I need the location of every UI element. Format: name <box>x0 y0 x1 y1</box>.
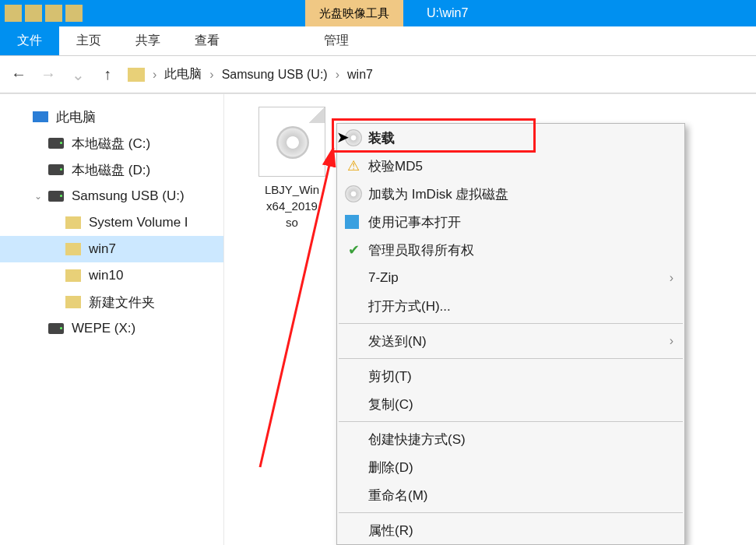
folder-icon <box>128 68 145 82</box>
tree-label: 新建文件夹 <box>89 294 155 311</box>
context-menu: 装载 ⚠校验MD5 加载为 ImDisk 虚拟磁盘 使用记事本打开 ✔管理员取得… <box>336 123 685 545</box>
menu-label: 打开方式(H)... <box>368 297 451 315</box>
tree-item-this-pc[interactable]: 此电脑 <box>0 104 223 130</box>
folder-icon <box>65 243 81 255</box>
chevron-right-icon: › <box>336 68 339 82</box>
tab-file[interactable]: 文件 <box>0 26 59 55</box>
nav-history-dropdown[interactable]: ⌄ <box>69 65 87 84</box>
chevron-right-icon: › <box>153 68 156 82</box>
breadcrumb[interactable]: › 此电脑 › Samsung USB (U:) › win7 <box>128 66 373 83</box>
tree-label: System Volume I <box>89 215 188 230</box>
tree-label: WEPE (X:) <box>72 321 135 336</box>
breadcrumb-segment[interactable]: win7 <box>347 68 373 82</box>
tree-label: Samsung USB (U:) <box>72 188 185 204</box>
task-icon[interactable] <box>25 5 42 22</box>
tab-share[interactable]: 共享 <box>118 26 178 55</box>
menu-label: 属性(R) <box>368 522 413 540</box>
menu-item-open-with[interactable]: 打开方式(H)... <box>337 292 684 320</box>
menu-label: 发送到(N) <box>368 332 427 350</box>
pc-icon <box>33 111 48 122</box>
task-icon[interactable] <box>5 5 22 22</box>
window-title: U:\win7 <box>427 6 468 20</box>
tree-label: win7 <box>89 241 116 257</box>
tree-item-drive-c[interactable]: 本地磁盘 (C:) <box>0 130 223 156</box>
notepad-icon <box>345 215 359 229</box>
tree-item-drive-d[interactable]: 本地磁盘 (D:) <box>0 156 223 183</box>
menu-item-rename[interactable]: 重命名(M) <box>337 481 684 509</box>
menu-label: 装载 <box>368 129 395 147</box>
tab-view[interactable]: 查看 <box>178 26 237 55</box>
chevron-right-icon: › <box>209 68 213 82</box>
menu-item-shortcut[interactable]: 创建快捷方式(S) <box>337 425 684 453</box>
menu-item-copy[interactable]: 复制(C) <box>337 390 684 418</box>
tree-label: 本地磁盘 (C:) <box>72 135 150 153</box>
drive-icon <box>48 138 64 149</box>
menu-item-send-to[interactable]: 发送到(N)› <box>337 327 684 355</box>
taskbar-icons <box>0 5 87 22</box>
submenu-arrow-icon: › <box>670 334 673 348</box>
menu-label: 校验MD5 <box>368 157 423 175</box>
drive-icon <box>48 164 64 175</box>
tab-home[interactable]: 主页 <box>59 26 118 55</box>
tree-item-win10[interactable]: win10 <box>0 262 223 289</box>
menu-item-admin-own[interactable]: ✔管理员取得所有权 <box>337 236 684 264</box>
menu-item-mount[interactable]: 装载 <box>337 124 684 152</box>
menu-item-check-md5[interactable]: ⚠校验MD5 <box>337 152 684 180</box>
menu-separator <box>339 512 683 513</box>
menu-label: 7-Zip <box>368 270 399 286</box>
nav-back-button[interactable]: ← <box>9 65 28 84</box>
submenu-arrow-icon: › <box>670 271 673 285</box>
ribbon-tabs: 文件 主页 共享 查看 管理 <box>0 26 756 56</box>
file-thumbnail <box>258 107 325 177</box>
menu-label: 复制(C) <box>368 396 413 413</box>
tree-label: win10 <box>89 268 123 283</box>
menu-label: 创建快捷方式(S) <box>368 431 466 448</box>
tree-item-wepe[interactable]: WEPE (X:) <box>0 315 223 342</box>
shield-check-icon: ✔ <box>345 241 362 258</box>
contextual-tab-disc-tools[interactable]: 光盘映像工具 <box>305 0 403 26</box>
menu-separator <box>339 421 683 422</box>
shield-icon: ⚠ <box>345 157 362 174</box>
nav-forward-button[interactable]: → <box>39 65 58 84</box>
menu-label: 删除(D) <box>368 459 413 476</box>
menu-item-imdisk[interactable]: 加载为 ImDisk 虚拟磁盘 <box>337 180 684 208</box>
tree-label: 本地磁盘 (D:) <box>72 161 150 179</box>
file-item-iso[interactable]: LBJY_Win x64_2019 so <box>249 107 335 230</box>
menu-separator <box>339 358 683 359</box>
folder-icon <box>65 216 81 229</box>
tree-item-newfolder[interactable]: 新建文件夹 <box>0 289 223 315</box>
breadcrumb-segment[interactable]: 此电脑 <box>164 66 202 83</box>
menu-item-properties[interactable]: 属性(R) <box>337 516 684 544</box>
menu-item-notepad[interactable]: 使用记事本打开 <box>337 208 684 236</box>
nav-up-button[interactable]: ↑ <box>98 65 117 84</box>
tab-manage[interactable]: 管理 <box>307 26 366 55</box>
menu-item-delete[interactable]: 删除(D) <box>337 453 684 481</box>
navigation-bar: ← → ⌄ ↑ › 此电脑 › Samsung USB (U:) › win7 <box>0 56 756 93</box>
menu-item-7zip[interactable]: 7-Zip› <box>337 264 684 292</box>
breadcrumb-segment[interactable]: Samsung USB (U:) <box>222 68 328 82</box>
task-icon[interactable] <box>45 5 62 22</box>
title-bar: 光盘映像工具 U:\win7 <box>0 0 756 26</box>
disc-icon <box>276 126 309 159</box>
folder-icon <box>65 269 81 282</box>
disc-icon <box>345 185 362 202</box>
menu-label: 管理员取得所有权 <box>368 241 474 259</box>
tree-item-samsung-usb[interactable]: ⌄Samsung USB (U:) <box>0 183 223 209</box>
drive-icon <box>48 191 64 202</box>
chevron-down-icon[interactable]: ⌄ <box>34 191 42 202</box>
navigation-tree[interactable]: 此电脑 本地磁盘 (C:) 本地磁盘 (D:) ⌄Samsung USB (U:… <box>0 94 224 545</box>
tree-label: 此电脑 <box>56 108 96 126</box>
disc-icon <box>345 129 362 146</box>
menu-item-cut[interactable]: 剪切(T) <box>337 362 684 390</box>
task-icon[interactable] <box>65 5 83 22</box>
folder-icon <box>65 296 81 308</box>
menu-separator <box>339 323 683 324</box>
menu-label: 加载为 ImDisk 虚拟磁盘 <box>368 185 508 203</box>
drive-icon <box>48 323 64 334</box>
menu-label: 使用记事本打开 <box>368 213 461 231</box>
file-name: LBJY_Win x64_2019 so <box>249 181 335 230</box>
tree-item-win7[interactable]: win7 <box>0 236 223 262</box>
menu-label: 剪切(T) <box>368 367 412 385</box>
tree-item-sysvol[interactable]: System Volume I <box>0 209 223 236</box>
menu-label: 重命名(M) <box>368 487 427 505</box>
